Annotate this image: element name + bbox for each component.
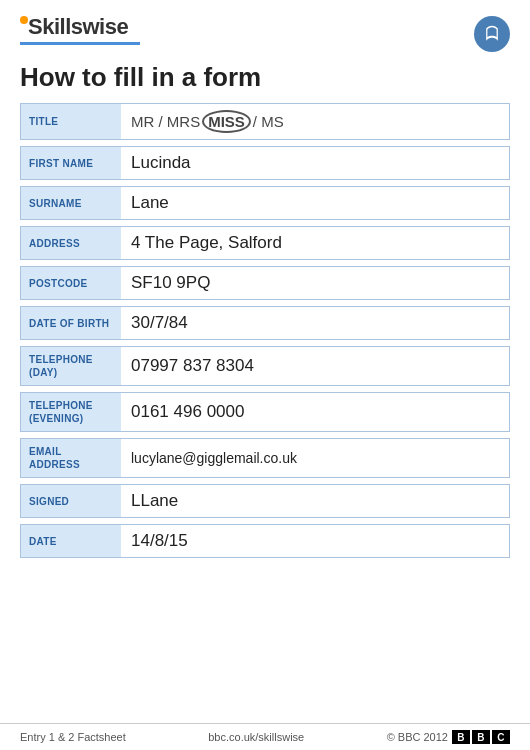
form-row-dob: DATE OF BIRTH 30/7/84: [20, 306, 510, 340]
form-value-address: 4 The Page, Salford: [121, 227, 509, 259]
form-label-signed: SIGNED: [21, 485, 121, 517]
form-label-title: TITLE: [21, 104, 121, 139]
page-title: How to fill in a form: [0, 52, 530, 103]
form-value-email: lucylane@gigglemail.co.uk: [121, 439, 509, 477]
form-row-postcode: POSTCODE SF10 9PQ: [20, 266, 510, 300]
page: Skillswise How to fill in a form TITLE M…: [0, 0, 530, 750]
book-icon: [474, 16, 510, 52]
form-value-dob: 30/7/84: [121, 307, 509, 339]
form-row-firstname: FIRST NAME Lucinda: [20, 146, 510, 180]
bbc-b1: B: [452, 730, 470, 744]
footer: Entry 1 & 2 Factsheet bbc.co.uk/skillswi…: [0, 723, 530, 750]
form-value-tel-day: 07997 837 8304: [121, 347, 509, 385]
form-label-dob: DATE OF BIRTH: [21, 307, 121, 339]
title-mr: MR / MRS: [131, 113, 200, 130]
logo: Skillswise: [20, 14, 140, 45]
form-label-date: DATE: [21, 525, 121, 557]
bbc-b2: B: [472, 730, 490, 744]
form-value-date: 14/8/15: [121, 525, 509, 557]
form-label-surname: SURNAME: [21, 187, 121, 219]
form-row-surname: SURNAME Lane: [20, 186, 510, 220]
form-label-postcode: POSTCODE: [21, 267, 121, 299]
form-row-tel-eve: TELEPHONE (EVENING) 0161 496 0000: [20, 392, 510, 432]
form-value-postcode: SF10 9PQ: [121, 267, 509, 299]
title-ms: / MS: [253, 113, 284, 130]
logo-dot: [20, 16, 28, 24]
form-value-title: MR / MRS MISS / MS: [121, 104, 509, 139]
form-label-tel-day: TELEPHONE (DAY): [21, 347, 121, 385]
bbc-c: C: [492, 730, 510, 744]
footer-left: Entry 1 & 2 Factsheet: [20, 731, 126, 743]
form-label-email: EMAIL ADDRESS: [21, 439, 121, 477]
form-value-tel-eve: 0161 496 0000: [121, 393, 509, 431]
form-label-firstname: FIRST NAME: [21, 147, 121, 179]
form-row-tel-day: TELEPHONE (DAY) 07997 837 8304: [20, 346, 510, 386]
logo-underline: [20, 42, 140, 45]
form-row-date: DATE 14/8/15: [20, 524, 510, 558]
form-row-signed: SIGNED LLane: [20, 484, 510, 518]
bbc-logo: B B C: [452, 730, 510, 744]
form-row-address: ADDRESS 4 The Page, Salford: [20, 226, 510, 260]
form-label-address: ADDRESS: [21, 227, 121, 259]
book-svg: [482, 24, 502, 44]
footer-center: bbc.co.uk/skillswise: [208, 731, 304, 743]
form-value-surname: Lane: [121, 187, 509, 219]
form-label-tel-eve: TELEPHONE (EVENING): [21, 393, 121, 431]
form-row-title: TITLE MR / MRS MISS / MS: [20, 103, 510, 140]
logo-text: Skillswise: [20, 14, 140, 40]
footer-copyright: © BBC 2012: [387, 731, 448, 743]
form-value-signed: LLane: [121, 485, 509, 517]
header: Skillswise: [0, 0, 530, 52]
form-value-firstname: Lucinda: [121, 147, 509, 179]
title-miss-circled: MISS: [202, 110, 251, 133]
form-row-email: EMAIL ADDRESS lucylane@gigglemail.co.uk: [20, 438, 510, 478]
logo-skillswise: killswise: [42, 14, 128, 39]
title-options: MR / MRS MISS / MS: [131, 110, 286, 133]
form-area: TITLE MR / MRS MISS / MS FIRST NAME Luci…: [0, 103, 530, 723]
footer-bbc: © BBC 2012 B B C: [387, 730, 510, 744]
